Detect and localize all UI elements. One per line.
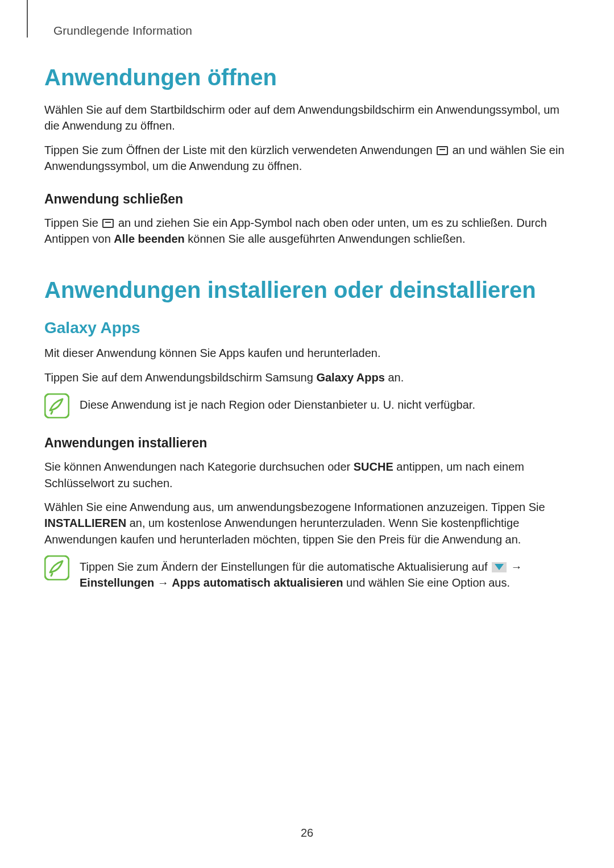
svg-rect-0 [45,394,69,418]
bold-text: Einstellungen [80,576,154,589]
page-number: 26 [0,827,614,840]
paragraph: Tippen Sie auf dem Anwendungsbildschirm … [44,369,570,385]
paragraph: Tippen Sie zum Öffnen der Liste mit den … [44,142,570,175]
dropdown-icon [492,562,507,572]
subheading-galaxy-apps: Galaxy Apps [44,319,570,337]
note-text: Diese Anwendung ist je nach Region oder … [80,393,570,413]
heading-install-uninstall: Anwendungen installieren oder deinstalli… [44,277,570,303]
text: Tippen Sie [44,217,101,229]
bold-text: Galaxy Apps [316,371,384,384]
text: → [154,576,172,589]
text: Wählen Sie eine Anwendung aus, um anwend… [44,501,545,513]
note-icon [44,555,69,580]
header-rule [27,0,28,38]
recent-apps-icon [102,219,114,228]
paragraph: Mit dieser Anwendung können Sie Apps kau… [44,345,570,361]
svg-rect-1 [45,556,69,580]
arrow-icon: → [508,560,522,573]
text: an. [385,371,404,384]
text: Tippen Sie auf dem Anwendungsbildschirm … [44,371,316,384]
heading-open-apps: Anwendungen öffnen [44,65,570,90]
bold-text: Alle beenden [114,232,184,245]
text: Tippen Sie zum Ändern der Einstellungen … [80,560,491,573]
bold-text: SUCHE [354,460,393,473]
note-icon [44,393,69,418]
text: Sie können Anwendungen nach Kategorie du… [44,460,354,473]
note-block: Tippen Sie zum Ändern der Einstellungen … [44,555,570,596]
text: können Sie alle ausgeführten Anwendungen… [185,232,466,245]
paragraph: Wählen Sie eine Anwendung aus, um anwend… [44,499,570,547]
paragraph: Wählen Sie auf dem Startbildschirm oder … [44,102,570,134]
subheading-install-apps: Anwendungen installieren [44,435,570,451]
paragraph: Sie können Anwendungen nach Kategorie du… [44,459,570,491]
note-block: Diese Anwendung ist je nach Region oder … [44,393,570,418]
text: und wählen Sie eine Option aus. [343,576,510,589]
recent-apps-icon [437,146,448,155]
bold-text: Apps automatisch aktualisieren [172,576,343,589]
subheading-close-app: Anwendung schließen [44,192,570,207]
section-label: Grundlegende Information [53,24,570,38]
paragraph: Tippen Sie an und ziehen Sie ein App-Sym… [44,215,570,247]
note-text: Tippen Sie zum Ändern der Einstellungen … [80,555,570,596]
bold-text: INSTALLIEREN [44,517,126,529]
page-content: Grundlegende Information Anwendungen öff… [0,0,614,596]
text: Tippen Sie zum Öffnen der Liste mit den … [44,144,435,156]
